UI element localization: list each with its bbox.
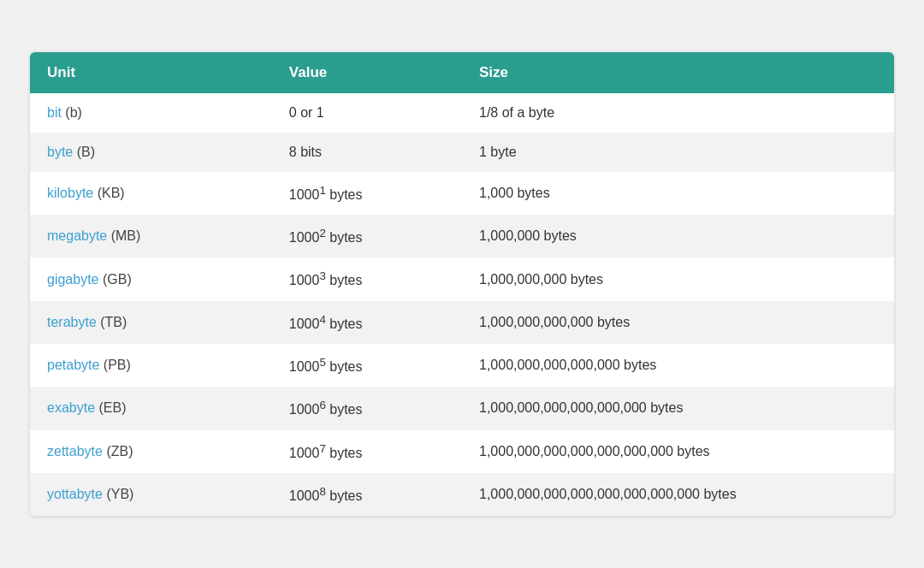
table-row: kilobyte (KB)10001 bytes1,000 bytes (30, 172, 894, 215)
table-row: megabyte (MB)10002 bytes1,000,000 bytes (30, 215, 894, 257)
cell-unit: zettabyte (ZB) (30, 430, 272, 473)
cell-unit: gigabyte (GB) (30, 257, 272, 300)
unit-link[interactable]: terabyte (47, 315, 97, 329)
data-table: Unit Value Size bit (b)0 or 11/8 of a by… (30, 52, 894, 517)
unit-link[interactable]: byte (47, 145, 73, 159)
cell-size: 1,000,000,000,000 bytes (462, 301, 894, 344)
table-header-row: Unit Value Size (30, 52, 894, 93)
cell-value: 10003 bytes (272, 257, 462, 300)
table-row: byte (B)8 bits1 byte (30, 133, 894, 172)
cell-value: 10004 bytes (272, 301, 462, 344)
cell-unit: petabyte (PB) (30, 344, 272, 387)
cell-value: 10005 bytes (272, 344, 462, 387)
cell-unit: byte (B) (30, 133, 272, 172)
cell-value: 8 bits (272, 133, 462, 172)
table-row: yottabyte (YB)10008 bytes1,000,000,000,0… (30, 473, 894, 516)
table-row: bit (b)0 or 11/8 of a byte (30, 93, 894, 133)
unit-suffix: (ZB) (103, 444, 133, 459)
cell-size: 1,000 bytes (462, 172, 894, 215)
cell-size: 1/8 of a byte (462, 93, 894, 133)
unit-link[interactable]: yottabyte (47, 487, 103, 501)
unit-link[interactable]: petabyte (47, 358, 99, 372)
cell-value: 10001 bytes (272, 172, 462, 215)
cell-unit: exabyte (EB) (30, 387, 272, 429)
cell-value: 10007 bytes (272, 430, 462, 473)
cell-size: 1,000,000,000,000,000,000 bytes (462, 387, 894, 429)
unit-suffix: (KB) (93, 186, 124, 200)
cell-value: 10006 bytes (272, 387, 462, 429)
cell-unit: bit (b) (30, 93, 272, 133)
cell-unit: yottabyte (YB) (30, 473, 272, 516)
table-row: exabyte (EB)10006 bytes1,000,000,000,000… (30, 387, 894, 429)
unit-suffix: (TB) (97, 315, 127, 329)
cell-unit: kilobyte (KB) (30, 172, 272, 215)
table-row: gigabyte (GB)10003 bytes1,000,000,000 by… (30, 257, 894, 300)
cell-value: 0 or 1 (272, 93, 462, 133)
table-row: petabyte (PB)10005 bytes1,000,000,000,00… (30, 344, 894, 387)
cell-size: 1 byte (462, 133, 894, 172)
unit-link[interactable]: bit (47, 105, 62, 120)
table-row: zettabyte (ZB)10007 bytes1,000,000,000,0… (30, 430, 894, 473)
cell-size: 1,000,000,000 bytes (462, 257, 894, 300)
header-size: Size (462, 52, 894, 93)
unit-suffix: (b) (62, 105, 82, 120)
unit-link[interactable]: zettabyte (47, 444, 103, 459)
cell-unit: terabyte (TB) (30, 301, 272, 344)
cell-value: 10008 bytes (272, 473, 462, 516)
unit-suffix: (YB) (103, 487, 133, 501)
cell-size: 1,000,000,000,000,000,000,000 bytes (462, 430, 894, 473)
cell-size: 1,000,000 bytes (462, 215, 894, 257)
unit-link[interactable]: kilobyte (47, 186, 93, 200)
header-unit: Unit (30, 52, 272, 93)
cell-unit: megabyte (MB) (30, 215, 272, 257)
unit-link[interactable]: exabyte (47, 400, 95, 415)
header-value: Value (272, 52, 462, 93)
cell-value: 10002 bytes (272, 215, 462, 257)
unit-suffix: (MB) (107, 228, 140, 243)
unit-suffix: (GB) (99, 272, 132, 287)
cell-size: 1,000,000,000,000,000,000,000,000 bytes (462, 473, 894, 516)
unit-link[interactable]: gigabyte (47, 272, 99, 287)
unit-link[interactable]: megabyte (47, 228, 107, 243)
unit-suffix: (B) (73, 145, 95, 159)
unit-suffix: (PB) (99, 358, 130, 372)
table-row: terabyte (TB)10004 bytes1,000,000,000,00… (30, 301, 894, 344)
unit-suffix: (EB) (95, 400, 126, 415)
cell-size: 1,000,000,000,000,000 bytes (462, 344, 894, 387)
